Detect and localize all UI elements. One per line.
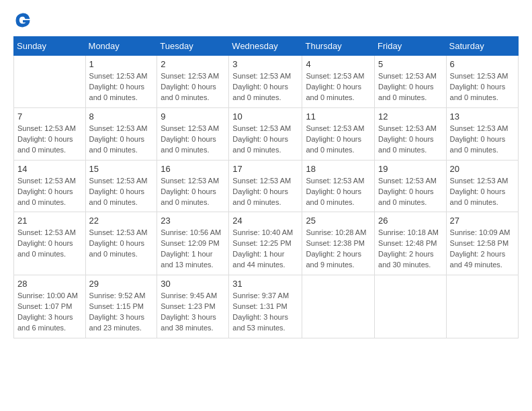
day-info: Sunset: 12:53 AM Daylight: 0 hours and 0… — [378, 71, 443, 103]
day-number: 5 — [378, 59, 443, 69]
page-header — [13, 11, 519, 30]
calendar-cell: 1Sunset: 12:53 AM Daylight: 0 hours and … — [85, 56, 157, 108]
day-info: Sunset: 12:53 AM Daylight: 0 hours and 0… — [161, 124, 225, 156]
calendar-cell: 14Sunset: 12:53 AM Daylight: 0 hours and… — [14, 160, 86, 212]
calendar-cell: 7Sunset: 12:53 AM Daylight: 0 hours and … — [14, 107, 86, 160]
day-info: Sunrise: 9:45 AM Sunset: 1:23 PM Dayligh… — [161, 291, 225, 334]
calendar-header-row: SundayMondayTuesdayWednesdayThursdayFrid… — [14, 37, 519, 56]
calendar-header-monday: Monday — [85, 37, 157, 56]
calendar-cell — [14, 56, 86, 108]
day-number: 28 — [17, 279, 82, 289]
day-number: 11 — [306, 111, 371, 122]
day-number: 9 — [161, 111, 225, 122]
calendar-header-sunday: Sunday — [14, 37, 86, 56]
calendar-cell: 19Sunset: 12:53 AM Daylight: 0 hours and… — [375, 160, 447, 212]
day-info: Sunset: 12:53 AM Daylight: 0 hours and 0… — [450, 71, 515, 103]
day-number: 18 — [306, 164, 371, 174]
day-number: 14 — [17, 164, 82, 174]
day-info: Sunset: 12:53 AM Daylight: 0 hours and 0… — [232, 124, 298, 156]
day-number: 12 — [378, 111, 443, 122]
day-info: Sunset: 12:53 AM Daylight: 0 hours and 0… — [306, 124, 371, 156]
day-info: Sunset: 12:53 AM Daylight: 0 hours and 0… — [161, 176, 225, 208]
calendar-cell: 21Sunset: 12:53 AM Daylight: 0 hours and… — [14, 212, 86, 275]
calendar-header-friday: Friday — [375, 37, 447, 56]
calendar-cell: 2Sunset: 12:53 AM Daylight: 0 hours and … — [157, 56, 229, 108]
day-info: Sunset: 12:53 AM Daylight: 0 hours and 0… — [232, 71, 298, 103]
day-info: Sunset: 12:53 AM Daylight: 0 hours and 0… — [89, 228, 154, 260]
calendar-cell: 9Sunset: 12:53 AM Daylight: 0 hours and … — [157, 107, 229, 160]
calendar-week-row: 1Sunset: 12:53 AM Daylight: 0 hours and … — [14, 56, 519, 108]
day-info: Sunrise: 10:09 AM Sunset: 12:58 PM Dayli… — [450, 228, 515, 271]
day-number: 20 — [450, 164, 515, 174]
calendar-cell: 30Sunrise: 9:45 AM Sunset: 1:23 PM Dayli… — [157, 275, 229, 338]
day-number: 29 — [89, 279, 154, 289]
day-info: Sunset: 12:53 AM Daylight: 0 hours and 0… — [17, 228, 82, 260]
calendar-cell — [375, 275, 447, 338]
day-info: Sunrise: 10:56 AM Sunset: 12:09 PM Dayli… — [161, 228, 225, 271]
day-number: 31 — [232, 279, 298, 289]
day-number: 10 — [232, 111, 298, 122]
calendar-cell: 20Sunset: 12:53 AM Daylight: 0 hours and… — [446, 160, 518, 212]
calendar-cell: 5Sunset: 12:53 AM Daylight: 0 hours and … — [375, 56, 447, 108]
day-number: 21 — [17, 216, 82, 226]
day-info: Sunset: 12:53 AM Daylight: 0 hours and 0… — [378, 176, 443, 208]
calendar-cell: 11Sunset: 12:53 AM Daylight: 0 hours and… — [302, 107, 375, 160]
day-number: 22 — [89, 216, 154, 226]
day-number: 30 — [161, 279, 225, 289]
calendar-cell: 15Sunset: 12:53 AM Daylight: 0 hours and… — [85, 160, 157, 212]
day-info: Sunset: 12:53 AM Daylight: 0 hours and 0… — [450, 124, 515, 156]
calendar-cell: 25Sunrise: 10:28 AM Sunset: 12:38 PM Day… — [302, 212, 375, 275]
day-number: 24 — [232, 216, 298, 226]
calendar-cell: 26Sunrise: 10:18 AM Sunset: 12:48 PM Day… — [375, 212, 447, 275]
day-info: Sunset: 12:53 AM Daylight: 0 hours and 0… — [450, 176, 515, 208]
calendar-cell: 8Sunset: 12:53 AM Daylight: 0 hours and … — [85, 107, 157, 160]
day-info: Sunrise: 9:37 AM Sunset: 1:31 PM Dayligh… — [232, 291, 298, 334]
day-number: 23 — [161, 216, 225, 226]
day-number: 19 — [378, 164, 443, 174]
calendar-cell: 23Sunrise: 10:56 AM Sunset: 12:09 PM Day… — [157, 212, 229, 275]
day-info: Sunset: 12:53 AM Daylight: 0 hours and 0… — [161, 71, 225, 103]
calendar-header-saturday: Saturday — [446, 37, 518, 56]
calendar-week-row: 28Sunrise: 10:00 AM Sunset: 1:07 PM Dayl… — [14, 275, 519, 338]
day-number: 3 — [232, 59, 298, 69]
day-info: Sunrise: 10:18 AM Sunset: 12:48 PM Dayli… — [378, 228, 443, 271]
day-number: 25 — [306, 216, 371, 226]
day-number: 4 — [306, 59, 371, 69]
day-info: Sunset: 12:53 AM Daylight: 0 hours and 0… — [89, 176, 154, 208]
calendar-cell — [446, 275, 518, 338]
calendar-cell: 27Sunrise: 10:09 AM Sunset: 12:58 PM Day… — [446, 212, 518, 275]
calendar-cell: 10Sunset: 12:53 AM Daylight: 0 hours and… — [229, 107, 302, 160]
calendar-cell: 31Sunrise: 9:37 AM Sunset: 1:31 PM Dayli… — [229, 275, 302, 338]
day-number: 15 — [89, 164, 154, 174]
calendar-week-row: 7Sunset: 12:53 AM Daylight: 0 hours and … — [14, 107, 519, 160]
calendar-week-row: 14Sunset: 12:53 AM Daylight: 0 hours and… — [14, 160, 519, 212]
calendar-cell: 18Sunset: 12:53 AM Daylight: 0 hours and… — [302, 160, 375, 212]
day-number: 27 — [450, 216, 515, 226]
calendar-cell: 3Sunset: 12:53 AM Daylight: 0 hours and … — [229, 56, 302, 108]
calendar-cell: 22Sunset: 12:53 AM Daylight: 0 hours and… — [85, 212, 157, 275]
day-number: 17 — [232, 164, 298, 174]
day-number: 26 — [378, 216, 443, 226]
calendar-header-wednesday: Wednesday — [229, 37, 302, 56]
day-number: 1 — [89, 59, 154, 69]
logo — [13, 11, 35, 30]
day-number: 7 — [17, 111, 82, 122]
day-info: Sunset: 12:53 AM Daylight: 0 hours and 0… — [306, 71, 371, 103]
day-number: 8 — [89, 111, 154, 122]
day-info: Sunset: 12:53 AM Daylight: 0 hours and 0… — [17, 124, 82, 156]
calendar-table: SundayMondayTuesdayWednesdayThursdayFrid… — [13, 36, 519, 338]
general-blue-logo-icon — [13, 11, 32, 30]
calendar-cell: 29Sunrise: 9:52 AM Sunset: 1:15 PM Dayli… — [85, 275, 157, 338]
calendar-cell: 6Sunset: 12:53 AM Daylight: 0 hours and … — [446, 56, 518, 108]
day-info: Sunrise: 9:52 AM Sunset: 1:15 PM Dayligh… — [89, 291, 154, 334]
calendar-cell: 16Sunset: 12:53 AM Daylight: 0 hours and… — [157, 160, 229, 212]
day-info: Sunrise: 10:28 AM Sunset: 12:38 PM Dayli… — [306, 228, 371, 271]
day-info: Sunset: 12:53 AM Daylight: 0 hours and 0… — [17, 176, 82, 208]
day-info: Sunset: 12:53 AM Daylight: 0 hours and 0… — [378, 124, 443, 156]
calendar-cell: 24Sunrise: 10:40 AM Sunset: 12:25 PM Day… — [229, 212, 302, 275]
day-number: 16 — [161, 164, 225, 174]
day-number: 13 — [450, 111, 515, 122]
calendar-cell — [302, 275, 375, 338]
day-info: Sunset: 12:53 AM Daylight: 0 hours and 0… — [89, 124, 154, 156]
day-info: Sunrise: 10:00 AM Sunset: 1:07 PM Daylig… — [17, 291, 82, 334]
